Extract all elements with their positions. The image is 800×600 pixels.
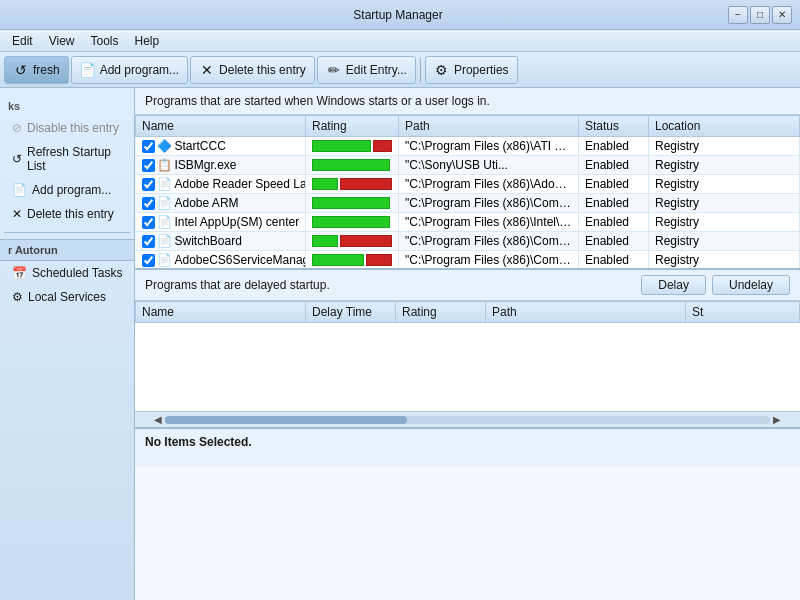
row-icon: 📄 bbox=[158, 196, 172, 210]
edit-button[interactable]: ✏ Edit Entry... bbox=[317, 56, 416, 84]
path-cell: "C:\Program Files (x86)\Common File... bbox=[399, 251, 579, 269]
delayed-col-delaytime: Delay Time bbox=[306, 302, 396, 323]
row-checkbox[interactable] bbox=[142, 235, 155, 248]
add-program-button[interactable]: 📄 Add program... bbox=[71, 56, 188, 84]
startup-table-container[interactable]: Name Rating Path Status Location 🔷 Start… bbox=[135, 115, 800, 268]
program-name: AdobeCS6ServiceManager bbox=[175, 253, 306, 267]
minimize-button[interactable]: − bbox=[728, 6, 748, 24]
scroll-right-arrow[interactable]: ▶ bbox=[770, 413, 784, 427]
menu-help[interactable]: Help bbox=[127, 32, 168, 50]
delete-sidebar-label: Delete this entry bbox=[27, 207, 114, 221]
name-cell: 📄 Adobe ARM bbox=[136, 194, 306, 213]
sidebar-divider bbox=[4, 232, 130, 233]
scrollbar-thumb[interactable] bbox=[165, 416, 407, 424]
location-cell: Registry bbox=[649, 232, 800, 251]
green-segment bbox=[312, 216, 390, 228]
delayed-section: Programs that are delayed startup. Delay… bbox=[135, 268, 800, 427]
location-cell: Registry bbox=[649, 175, 800, 194]
delayed-table-container[interactable]: Name Delay Time Rating Path St bbox=[135, 301, 800, 411]
col-rating: Rating bbox=[306, 116, 399, 137]
undelay-button[interactable]: Undelay bbox=[712, 275, 790, 295]
row-icon: 📄 bbox=[158, 215, 172, 229]
menu-bar: Edit View Tools Help bbox=[0, 30, 800, 52]
scrollbar-track[interactable] bbox=[165, 416, 770, 424]
sidebar-item-scheduled-tasks[interactable]: 📅 Scheduled Tasks bbox=[0, 261, 134, 285]
red-segment bbox=[340, 178, 392, 190]
col-status: Status bbox=[579, 116, 649, 137]
table-row[interactable]: 📄 Adobe ARM "C:\Program Files (x86)\Comm… bbox=[136, 194, 800, 213]
rating-cell bbox=[306, 156, 399, 175]
scroll-left-arrow[interactable]: ◀ bbox=[151, 413, 165, 427]
program-name: SwitchBoard bbox=[175, 234, 242, 248]
col-location: Location bbox=[649, 116, 800, 137]
delete-label: Delete this entry bbox=[219, 63, 306, 77]
row-icon: 📋 bbox=[158, 158, 172, 172]
window-controls: − □ ✕ bbox=[728, 6, 792, 24]
rating-bar bbox=[312, 235, 392, 247]
delay-button[interactable]: Delay bbox=[641, 275, 706, 295]
row-checkbox[interactable] bbox=[142, 140, 155, 153]
menu-edit[interactable]: Edit bbox=[4, 32, 41, 50]
menu-view[interactable]: View bbox=[41, 32, 83, 50]
close-button[interactable]: ✕ bbox=[772, 6, 792, 24]
green-segment bbox=[312, 197, 390, 209]
refresh-button[interactable]: ↺ fresh bbox=[4, 56, 69, 84]
program-name: Adobe Reader Speed Launcher bbox=[175, 177, 306, 191]
sidebar-item-delete[interactable]: ✕ Delete this entry bbox=[0, 202, 134, 226]
sidebar-item-add[interactable]: 📄 Add program... bbox=[0, 178, 134, 202]
delayed-col-name: Name bbox=[136, 302, 306, 323]
table-row[interactable]: 📄 AdobeCS6ServiceManager "C:\Program Fil… bbox=[136, 251, 800, 269]
scrollbar-area[interactable]: ◀ ▶ bbox=[135, 411, 800, 427]
properties-button[interactable]: ⚙ Properties bbox=[425, 56, 518, 84]
rating-cell bbox=[306, 251, 399, 269]
row-checkbox[interactable] bbox=[142, 159, 155, 172]
status-cell: Enabled bbox=[579, 232, 649, 251]
delete-sidebar-icon: ✕ bbox=[12, 207, 22, 221]
path-cell: "C:\Program Files (x86)\Intel\IntelA... bbox=[399, 213, 579, 232]
name-cell: 📄 AdobeCS6ServiceManager bbox=[136, 251, 306, 269]
sidebar-item-local-services[interactable]: ⚙ Local Services bbox=[0, 285, 134, 309]
row-checkbox[interactable] bbox=[142, 216, 155, 229]
tasks-icon: 📅 bbox=[12, 266, 27, 280]
location-cell: Registry bbox=[649, 251, 800, 269]
delayed-header: Programs that are delayed startup. Delay… bbox=[135, 270, 800, 301]
table-row[interactable]: 📄 Adobe Reader Speed Launcher "C:\Progra… bbox=[136, 175, 800, 194]
edit-icon: ✏ bbox=[326, 62, 342, 78]
rating-bar bbox=[312, 159, 392, 171]
row-icon: 📄 bbox=[158, 234, 172, 248]
delete-icon: ✕ bbox=[199, 62, 215, 78]
row-checkbox[interactable] bbox=[142, 178, 155, 191]
green-segment bbox=[312, 178, 338, 190]
path-cell: "C:\Sony\USB Uti... bbox=[399, 156, 579, 175]
maximize-button[interactable]: □ bbox=[750, 6, 770, 24]
add-icon: 📄 bbox=[80, 62, 96, 78]
properties-label: Properties bbox=[454, 63, 509, 77]
refresh-sidebar-label: Refresh Startup List bbox=[27, 145, 126, 173]
delete-button[interactable]: ✕ Delete this entry bbox=[190, 56, 315, 84]
name-cell: 🔷 StartCCC bbox=[136, 137, 306, 156]
red-segment bbox=[366, 254, 392, 266]
rating-cell bbox=[306, 213, 399, 232]
startup-upper: Programs that are started when Windows s… bbox=[135, 88, 800, 268]
menu-tools[interactable]: Tools bbox=[82, 32, 126, 50]
red-segment bbox=[373, 140, 393, 152]
row-checkbox[interactable] bbox=[142, 254, 155, 267]
sidebar-item-refresh[interactable]: ↺ Refresh Startup List bbox=[0, 140, 134, 178]
add-program-label: Add program... bbox=[100, 63, 179, 77]
name-cell: 📄 SwitchBoard bbox=[136, 232, 306, 251]
status-text: No Items Selected. bbox=[145, 435, 252, 449]
properties-icon: ⚙ bbox=[434, 62, 450, 78]
green-segment bbox=[312, 235, 338, 247]
row-checkbox[interactable] bbox=[142, 197, 155, 210]
table-row[interactable]: 📄 Intel AppUp(SM) center "C:\Program Fil… bbox=[136, 213, 800, 232]
delayed-header-row: Name Delay Time Rating Path St bbox=[136, 302, 800, 323]
table-row[interactable]: 🔷 StartCCC "C:\Program Files (x86)\ATI T… bbox=[136, 137, 800, 156]
table-row[interactable]: 📋 ISBMgr.exe "C:\Sony\USB Uti...EnabledR… bbox=[136, 156, 800, 175]
rating-bar bbox=[312, 178, 392, 190]
sidebar-item-disable[interactable]: ⊘ Disable this entry bbox=[0, 116, 134, 140]
green-segment bbox=[312, 159, 390, 171]
location-cell: Registry bbox=[649, 156, 800, 175]
disable-icon: ⊘ bbox=[12, 121, 22, 135]
main-layout: ks ⊘ Disable this entry ↺ Refresh Startu… bbox=[0, 88, 800, 600]
table-row[interactable]: 📄 SwitchBoard "C:\Program Files (x86)\Co… bbox=[136, 232, 800, 251]
